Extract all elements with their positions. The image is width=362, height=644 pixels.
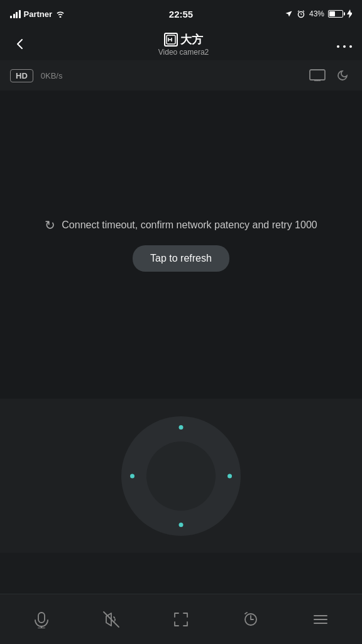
hd-badge[interactable]: HD bbox=[10, 69, 33, 82]
brand-logo bbox=[166, 35, 176, 45]
mute-button[interactable] bbox=[96, 604, 127, 635]
signal-bars bbox=[10, 9, 21, 18]
more-icon bbox=[337, 45, 352, 48]
nav-brand: 大方 bbox=[164, 32, 203, 47]
status-bar: Partner 22:55 43% bbox=[0, 0, 362, 28]
fullscreen-icon bbox=[172, 611, 190, 628]
replay-button[interactable] bbox=[235, 604, 266, 635]
svg-rect-13 bbox=[38, 613, 45, 623]
dpad-dot-top bbox=[179, 425, 184, 430]
dpad-ring[interactable] bbox=[121, 416, 241, 536]
display-button[interactable] bbox=[309, 69, 326, 82]
svg-point-7 bbox=[337, 45, 339, 48]
wifi-icon bbox=[55, 10, 65, 18]
error-text-row: ↻ Connect timeout, confirm network paten… bbox=[45, 218, 317, 233]
tap-refresh-button[interactable]: Tap to refresh bbox=[133, 245, 229, 272]
location-icon bbox=[285, 10, 293, 18]
camera-name: Video camera2 bbox=[158, 48, 209, 57]
dpad-area bbox=[0, 399, 362, 553]
alarm-icon bbox=[297, 9, 305, 18]
brand-name: 大方 bbox=[180, 32, 203, 47]
menu-icon bbox=[312, 611, 329, 628]
nav-header: 大方 Video camera2 bbox=[0, 28, 362, 60]
menu-button[interactable] bbox=[305, 604, 336, 635]
moon-icon bbox=[337, 69, 350, 82]
error-refresh-icon: ↻ bbox=[45, 218, 55, 233]
video-area: ↻ Connect timeout, confirm network paten… bbox=[0, 91, 362, 399]
svg-rect-10 bbox=[310, 70, 325, 80]
status-left: Partner bbox=[10, 9, 65, 19]
bandwidth-label: 0KB/s bbox=[41, 71, 63, 80]
mute-icon bbox=[102, 611, 120, 628]
fullscreen-button[interactable] bbox=[165, 604, 197, 635]
brand-icon bbox=[164, 33, 178, 47]
controls-right bbox=[309, 69, 352, 82]
dpad-dot-left bbox=[130, 474, 134, 478]
controls-bar: HD 0KB/s bbox=[0, 60, 362, 91]
back-icon bbox=[13, 37, 27, 51]
night-mode-button[interactable] bbox=[336, 69, 352, 82]
status-right: 43% bbox=[285, 9, 352, 18]
microphone-button[interactable] bbox=[26, 604, 57, 635]
replay-icon bbox=[242, 611, 260, 628]
more-button[interactable] bbox=[337, 37, 352, 52]
battery-percent: 43% bbox=[309, 9, 324, 18]
microphone-icon bbox=[33, 611, 50, 628]
dpad-dot-bottom bbox=[179, 523, 184, 527]
status-time: 22:55 bbox=[169, 9, 193, 19]
error-container: ↻ Connect timeout, confirm network paten… bbox=[45, 218, 317, 272]
svg-point-8 bbox=[343, 45, 346, 48]
svg-point-9 bbox=[349, 45, 352, 48]
battery-icon bbox=[328, 10, 343, 18]
carrier-label: Partner bbox=[24, 9, 53, 19]
dpad-dot-right bbox=[228, 474, 232, 478]
dpad-center[interactable] bbox=[146, 441, 216, 511]
nav-title-block: 大方 Video camera2 bbox=[158, 32, 209, 57]
back-button[interactable] bbox=[10, 34, 30, 54]
charging-icon bbox=[347, 9, 352, 18]
error-message: Connect timeout, confirm network patency… bbox=[62, 218, 317, 233]
bottom-toolbar bbox=[0, 594, 362, 644]
display-icon bbox=[309, 69, 326, 82]
